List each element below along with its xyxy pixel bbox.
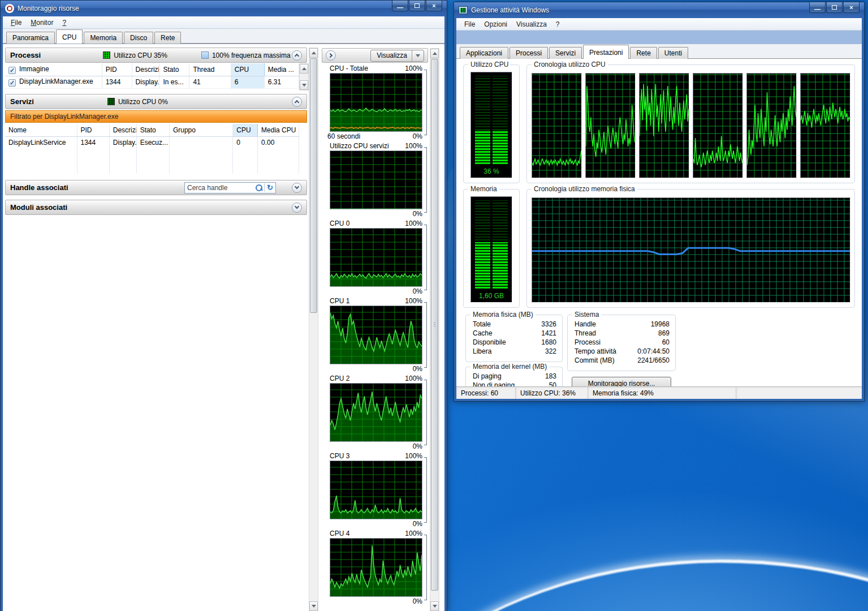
chart-label: CPU 0 [330,220,349,227]
cpu-core4-history-chart [693,73,743,178]
graph-panel-header: Visualizza [322,48,428,63]
chart-min-label: 0% [413,442,422,450]
cpu-core1-history-chart [532,73,582,178]
process-row[interactable]: ✓DisplayLinkManager.exe 1344 Display... … [5,76,299,88]
menu-opzioni[interactable]: Opzioni [480,19,512,29]
scroll-down-icon[interactable] [430,601,439,611]
tab-utenti[interactable]: Utenti [658,47,688,59]
dropdown-section[interactable] [412,50,424,61]
tab-rete[interactable]: Rete [154,32,181,44]
services-header-row[interactable]: Nome PID Descrizi... Stato Gruppo CPU Me… [5,124,299,136]
chart-max-label: 100% [405,142,422,150]
memory-gauge-value: 1,60 GB [471,292,512,300]
scroll-up-icon[interactable] [300,64,308,74]
chart-block-services: Utilizzo CPU servizi 100% 0% [322,140,428,218]
chevron-down-icon [416,54,420,57]
tab-disco[interactable]: Disco [124,32,153,44]
processes-table-scrollbar[interactable] [299,63,309,91]
chart-max-label: 100% [405,297,422,305]
processes-table: ✓Immagine PID Descrizi... Stato Thread C… [5,63,299,89]
handles-expand-button[interactable] [292,183,302,193]
stat-row: Tempo attività0:07:44:50 [568,347,675,356]
select-all-checkbox[interactable]: ✓ [8,67,16,74]
scroll-down-icon[interactable] [300,80,308,90]
cpu-core5-history-chart [746,73,797,178]
scroll-up-icon[interactable] [430,49,439,58]
tab-cpu[interactable]: CPU [56,29,83,44]
scrollbar-thumb[interactable] [431,59,438,591]
menu-file[interactable]: File [6,18,26,28]
chart-min-label: 0% [413,210,422,217]
services-title: Servizi [10,97,34,106]
resmon-menubar: File Monitor ? [3,16,444,29]
refresh-icon[interactable]: ↻ [264,183,273,192]
handle-search-input[interactable]: Cerca handle ↻ [184,182,276,193]
tab-applicazioni[interactable]: Applicazioni [460,47,508,59]
graph-panel-scrollbar[interactable] [430,48,439,611]
services-table: Nome PID Descrizi... Stato Gruppo CPU Me… [5,124,299,174]
minimize-button[interactable]: — [809,2,826,13]
handles-section-header[interactable]: Handle associati Cerca handle ↻ [5,180,307,195]
menu-help[interactable]: ? [58,18,71,28]
chart-block-cpu4: CPU 4 100% 0% [322,528,428,605]
processes-section-header[interactable]: Processi Utilizzo CPU 35% 100% frequenza… [5,48,307,63]
resmon-titlebar[interactable]: Monitoraggio risorse — × [1,1,447,16]
stat-row: Libera322 [466,347,562,356]
memory-gauge-title: Memoria [468,185,499,193]
minimize-button[interactable]: — [392,1,408,11]
status-processes: Processi: 60 [456,387,516,399]
chart-max-label: 100% [405,375,422,382]
memory-gauge-group: Memoria 1,60 GB [463,189,520,308]
service-row[interactable]: DisplayLinkService 1344 Display... Esecu… [5,136,299,149]
processes-cpu-label: Utilizzo CPU 35% [114,51,167,59]
view-dropdown-button[interactable]: Visualizza [370,50,424,62]
maximize-button[interactable] [409,1,425,11]
cpu-gauge-title: Utilizzo CPU [468,61,511,68]
chart-block-cpu1: CPU 1 100% 0% [322,295,428,373]
modules-section-header[interactable]: Moduli associati [5,200,307,215]
collapse-panel-button[interactable] [326,50,336,61]
menu-file[interactable]: File [460,19,480,29]
tab-panoramica[interactable]: Panoramica [6,32,55,44]
modules-title: Moduli associati [10,203,67,212]
left-pane-scrollbar[interactable] [309,48,318,611]
system-title: Sistema [572,311,601,319]
tab-rete[interactable]: Rete [630,47,657,59]
close-button[interactable]: × [843,2,860,13]
tab-servizi[interactable]: Servizi [549,47,582,59]
menu-monitor[interactable]: Monitor [26,18,58,28]
scroll-up-icon[interactable] [309,48,318,58]
services-section-header[interactable]: Servizi Utilizzo CPU 0% [5,94,307,109]
cpu-gauge-value: 36 % [471,167,512,175]
scrollbar-thumb[interactable] [310,58,317,313]
memory-history-chart [532,197,850,303]
memory-gauge: 1,60 GB [470,196,512,303]
chart-max-label: 100% [405,64,422,72]
menu-visualizza[interactable]: Visualizza [512,19,551,29]
close-button[interactable]: × [426,1,442,11]
stat-row: Handle19968 [568,320,675,329]
filter-bar[interactable]: Filtrato per DisplayLinkManager.exe [5,110,307,123]
services-collapse-button[interactable] [292,97,302,107]
cpu-core3-history-chart [639,73,689,178]
chart-block-cpu0: CPU 0 100% 0% [322,218,428,295]
scroll-down-icon[interactable] [309,601,318,611]
process-checkbox[interactable]: ✓ [8,79,16,87]
tab-prestazioni[interactable]: Prestazioni [583,45,629,59]
maximize-button[interactable] [826,2,843,13]
processes-header-row[interactable]: ✓Immagine PID Descrizi... Stato Thread C… [5,63,299,76]
physical-memory-group: Memoria fisica (MB) Totale3326 Cache1421… [465,315,563,362]
search-icon[interactable] [255,184,263,192]
taskmgr-tabstrip: Applicazioni Processi Servizi Prestazion… [456,44,862,59]
taskmgr-titlebar[interactable]: Gestione attività Windows — × [454,2,864,18]
menu-help[interactable]: ? [551,19,564,29]
status-memory: Memoria fisica: 49% [588,387,736,399]
chart-label: CPU 2 [330,375,349,382]
modules-expand-button[interactable] [292,203,302,213]
stat-row: Totale3326 [466,320,562,329]
tab-memoria[interactable]: Memoria [84,32,123,44]
processes-collapse-button[interactable] [292,50,302,61]
services-cpu-chart [330,151,422,209]
tab-processi[interactable]: Processi [509,47,548,59]
services-cpu-led-icon [107,98,115,105]
